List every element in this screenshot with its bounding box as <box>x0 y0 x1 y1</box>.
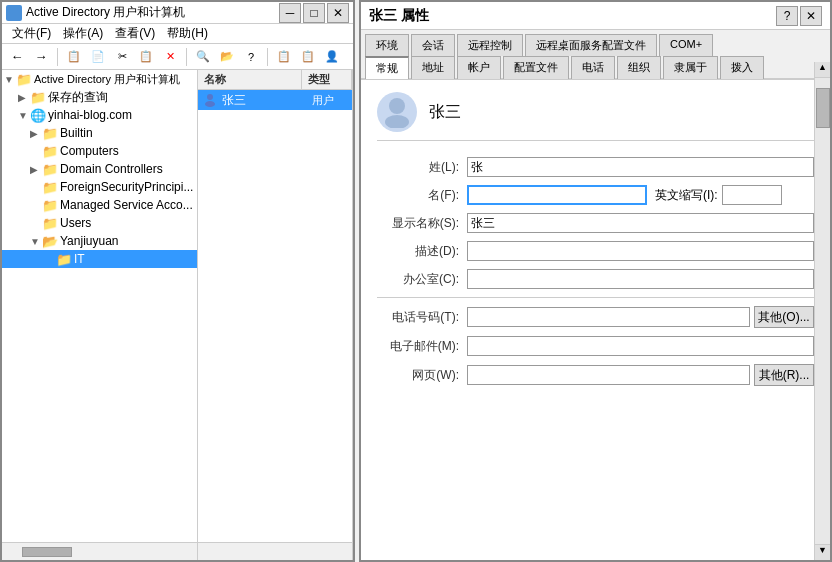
toolbar-cut[interactable]: ✂ <box>111 46 133 68</box>
webpage-input[interactable] <box>467 365 750 385</box>
tree-item-msa[interactable]: 📁 Managed Service Acco... <box>2 196 197 214</box>
menu-help[interactable]: 帮助(H) <box>161 24 214 43</box>
left-title-bar: Active Directory 用户和计算机 ─ □ ✕ <box>2 2 353 24</box>
menu-bar: 文件(F) 操作(A) 查看(V) 帮助(H) <box>2 24 353 44</box>
phone-input[interactable] <box>467 307 750 327</box>
tree-item-dc[interactable]: ▶ 📁 Domain Controllers <box>2 160 197 178</box>
tree-item-domain[interactable]: ▼ 🌐 yinhai-blog.com <box>2 106 197 124</box>
tree-toggle-yanjiu[interactable]: ▼ <box>30 236 42 247</box>
tab-account[interactable]: 帐户 <box>457 56 501 79</box>
tree-label-domain: yinhai-blog.com <box>48 108 132 122</box>
phone-other-button[interactable]: 其他(O)... <box>754 306 814 328</box>
toolbar-delete[interactable]: ✕ <box>159 46 181 68</box>
initials-input[interactable] <box>722 185 782 205</box>
close-button[interactable]: ✕ <box>327 3 349 23</box>
tree-item-fsp[interactable]: 📁 ForeignSecurityPrincipi... <box>2 178 197 196</box>
app-title: Active Directory 用户和计算机 <box>26 4 279 21</box>
folder-icon-it: 📁 <box>56 251 72 267</box>
tree-item-users[interactable]: 📁 Users <box>2 214 197 232</box>
dialog-close-button[interactable]: ✕ <box>800 6 822 26</box>
tree-toggle-builtin[interactable]: ▶ <box>30 128 42 139</box>
tree-item-saved[interactable]: ▶ 📁 保存的查询 <box>2 88 197 106</box>
firstname-input[interactable] <box>467 185 647 205</box>
tab-rds-profile[interactable]: 远程桌面服务配置文件 <box>525 34 657 56</box>
tree-item-it[interactable]: 📁 IT <box>2 250 197 268</box>
toolbar-search[interactable]: 🔍 <box>192 46 214 68</box>
tree-toggle-domain[interactable]: ▼ <box>18 110 30 121</box>
displayname-row: 显示名称(S): <box>377 213 814 233</box>
tab-com-plus[interactable]: COM+ <box>659 34 713 56</box>
user-header: 张三 <box>377 92 814 141</box>
tab-member-of[interactable]: 隶属于 <box>663 56 718 79</box>
tree-label-it: IT <box>74 252 85 266</box>
displayname-input[interactable] <box>467 213 814 233</box>
webpage-row: 网页(W): 其他(R)... <box>377 364 814 386</box>
tree-item-yanjiu[interactable]: ▼ 📂 Yanjiuyuan <box>2 232 197 250</box>
toolbar-user[interactable]: 👤 <box>321 46 343 68</box>
tree-label-msa: Managed Service Acco... <box>60 198 193 212</box>
tab-phone[interactable]: 电话 <box>571 56 615 79</box>
folder-icon-builtin: 📁 <box>42 125 58 141</box>
row-name: 张三 <box>222 92 312 109</box>
list-item[interactable]: 张三 用户 <box>198 90 352 110</box>
scroll-down-button[interactable]: ▼ <box>815 544 830 560</box>
tab-org[interactable]: 组织 <box>617 56 661 79</box>
office-row: 办公室(C): <box>377 269 814 289</box>
toolbar-btn-4[interactable]: 📋 <box>297 46 319 68</box>
toolbar-btn-1[interactable]: 📋 <box>63 46 85 68</box>
tab-dialin[interactable]: 拨入 <box>720 56 764 79</box>
tab-address[interactable]: 地址 <box>411 56 455 79</box>
tab-session[interactable]: 会话 <box>411 34 455 56</box>
dialog-controls: ? ✕ <box>776 6 822 26</box>
tree-label-dc: Domain Controllers <box>60 162 163 176</box>
toolbar: ← → 📋 📄 ✂ 📋 ✕ 🔍 📂 ? 📋 📋 👤 <box>2 44 353 70</box>
mid-scrollbar[interactable] <box>198 542 352 560</box>
app-icon <box>6 5 22 21</box>
tab-general[interactable]: 常规 <box>365 56 409 79</box>
lastname-input[interactable] <box>467 157 814 177</box>
dialog-help-button[interactable]: ? <box>776 6 798 26</box>
scroll-thumb[interactable] <box>816 88 830 128</box>
svg-point-3 <box>385 115 409 128</box>
maximize-button[interactable]: □ <box>303 3 325 23</box>
tree-item-builtin[interactable]: ▶ 📁 Builtin <box>2 124 197 142</box>
user-row-icon <box>202 92 218 108</box>
col-name[interactable]: 名称 <box>198 70 302 89</box>
dialog-content: 张三 姓(L): 名(F): 英文缩写(I): 显示名称(S): <box>361 80 830 560</box>
tree-toggle-root[interactable]: ▼ <box>4 74 16 85</box>
tree-toggle-dc[interactable]: ▶ <box>30 164 42 175</box>
firstname-row: 名(F): 英文缩写(I): <box>377 185 814 205</box>
tree-item-computers[interactable]: 📁 Computers <box>2 142 197 160</box>
dialog-scrollbar[interactable]: ▲ ▼ <box>814 62 830 560</box>
description-input[interactable] <box>467 241 814 261</box>
menu-action[interactable]: 操作(A) <box>57 24 109 43</box>
toolbar-btn-2[interactable]: 📄 <box>87 46 109 68</box>
tab-environment[interactable]: 环境 <box>365 34 409 56</box>
tab-profile[interactable]: 配置文件 <box>503 56 569 79</box>
webpage-other-button[interactable]: 其他(R)... <box>754 364 814 386</box>
back-button[interactable]: ← <box>6 46 28 68</box>
email-row: 电子邮件(M): <box>377 336 814 356</box>
menu-file[interactable]: 文件(F) <box>6 24 57 43</box>
toolbar-btn-3[interactable]: 📋 <box>273 46 295 68</box>
lastname-row: 姓(L): <box>377 157 814 177</box>
office-input[interactable] <box>467 269 814 289</box>
menu-view[interactable]: 查看(V) <box>109 24 161 43</box>
col-type[interactable]: 类型 <box>302 70 352 89</box>
email-input[interactable] <box>467 336 814 356</box>
tab-remote-control[interactable]: 远程控制 <box>457 34 523 56</box>
toolbar-help[interactable]: ? <box>240 46 262 68</box>
folder-icon-dc: 📁 <box>42 161 58 177</box>
tree-scrollbar[interactable] <box>2 542 197 560</box>
folder-icon-fsp: 📁 <box>42 179 58 195</box>
scroll-up-button[interactable]: ▲ <box>815 62 830 78</box>
folder-icon-msa: 📁 <box>42 197 58 213</box>
toolbar-folder[interactable]: 📂 <box>216 46 238 68</box>
toolbar-copy[interactable]: 📋 <box>135 46 157 68</box>
tree-item-root[interactable]: ▼ 📁 Active Directory 用户和计算机 <box>2 70 197 88</box>
tree-toggle-saved[interactable]: ▶ <box>18 92 30 103</box>
forward-button[interactable]: → <box>30 46 52 68</box>
minimize-button[interactable]: ─ <box>279 3 301 23</box>
tree-label-yanjiu: Yanjiuyuan <box>60 234 119 248</box>
domain-icon: 🌐 <box>30 107 46 123</box>
